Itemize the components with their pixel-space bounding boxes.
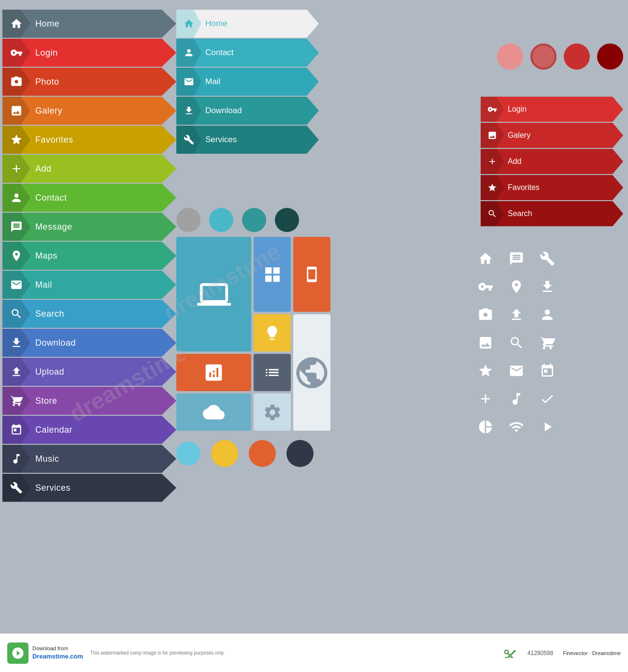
grid-star-icon [473, 359, 498, 383]
left-menu-download[interactable]: Download [2, 329, 176, 357]
dot-dark-navy [286, 440, 314, 467]
grid-plus-icon [473, 387, 498, 411]
grid-empty-7 [566, 331, 590, 355]
left-menu-galery[interactable]: Galery [2, 97, 176, 125]
center-menu-mail[interactable]: Mail [176, 68, 319, 96]
grid-empty-10 [597, 359, 621, 383]
dot-teal [242, 208, 266, 232]
grid-location-icon [504, 275, 528, 299]
grid-calendar-icon [535, 359, 559, 383]
grid-wifi-icon [504, 415, 528, 439]
scissors-area [502, 648, 518, 658]
grid-empty-14 [597, 415, 621, 439]
left-menu-calendar[interactable]: Calendar [2, 416, 176, 444]
grid-empty-12 [597, 387, 621, 411]
dot-orange [249, 440, 276, 467]
left-menu-maps[interactable]: Maps [2, 242, 176, 270]
color-dots-top-right [497, 44, 623, 70]
left-menu-message[interactable]: Message [2, 213, 176, 241]
bottom-bar: Download from Dreamstime.com This waterm… [0, 633, 628, 672]
grid-cart-icon [535, 331, 559, 355]
grid-check-icon [535, 387, 559, 411]
left-menu-add[interactable]: Add [2, 155, 176, 183]
grid-empty-2 [597, 247, 621, 271]
left-menu-contact[interactable]: Contact [2, 184, 176, 212]
grid-download-icon [535, 275, 559, 299]
dot-pink [497, 44, 523, 70]
center-menu-contact[interactable]: Contact [176, 39, 319, 67]
left-menu-music[interactable]: Music [2, 445, 176, 473]
grid-mail-icon [504, 359, 528, 383]
center-menu-download[interactable]: Download [176, 97, 319, 125]
grid-search-icon [504, 331, 528, 355]
grid-message-icon [504, 247, 528, 271]
grid-empty-4 [597, 275, 621, 299]
dreamstime-logo: Download from Dreamstime.com [7, 643, 83, 664]
tile-gear[interactable] [254, 394, 291, 431]
grid-empty-8 [597, 331, 621, 355]
dreamstime-text: Download from Dreamstime.com [32, 645, 83, 661]
dot-red [564, 44, 590, 70]
right-navigation: Login Galery Add Favorites Search [481, 97, 623, 227]
center-menu-home[interactable]: Home [176, 10, 319, 38]
left-menu-photo[interactable]: Photo [2, 68, 176, 96]
grid-music-icon [504, 387, 528, 411]
dot-light-teal [209, 208, 233, 232]
grid-camera-icon [473, 303, 498, 327]
color-dots-center [176, 208, 299, 232]
dot-gray [176, 208, 200, 232]
left-menu-store[interactable]: Store [2, 387, 176, 415]
tile-phone[interactable] [293, 237, 330, 312]
grid-empty-3 [566, 275, 590, 299]
left-menu-favorites[interactable]: Favorites [2, 126, 176, 154]
dreamstime-icon [7, 643, 29, 664]
dot-dark-teal [275, 208, 299, 232]
right-menu-favorites[interactable]: Favorites [481, 175, 623, 200]
dot-dark-red [597, 44, 623, 70]
grid-empty-9 [566, 359, 590, 383]
disclaimer-text: This watermarked comp image is for previ… [90, 650, 224, 656]
grid-image-icon [473, 331, 498, 355]
dot-sky-blue [176, 441, 200, 466]
left-menu-upload[interactable]: Upload [2, 358, 176, 386]
left-menu-login[interactable]: Login [2, 39, 176, 67]
grid-home-icon [473, 247, 498, 271]
right-menu-add[interactable]: Add [481, 149, 623, 174]
tile-chart[interactable] [176, 354, 251, 391]
tile-windows[interactable] [254, 237, 291, 312]
grid-person-icon [535, 303, 559, 327]
grid-empty-13 [566, 415, 590, 439]
color-dots-bottom-center [176, 440, 314, 467]
tile-cloud[interactable] [176, 394, 251, 431]
right-menu-login[interactable]: Login [481, 97, 623, 122]
tile-list[interactable] [254, 354, 291, 391]
bottom-right: 41280598 Finevector · Dreamstime [502, 648, 621, 658]
grid-upload-icon [504, 303, 528, 327]
left-menu-mail[interactable]: Mail [2, 271, 176, 299]
grid-key-icon [473, 275, 498, 299]
left-navigation: Home Login Photo Galery Favorites [2, 10, 176, 503]
icon-grid [473, 247, 623, 439]
dot-yellow [211, 440, 238, 467]
left-menu-home[interactable]: Home [2, 10, 176, 38]
metro-tiles [176, 237, 331, 431]
left-menu-search[interactable]: Search [2, 300, 176, 328]
tile-globe[interactable] [293, 314, 330, 431]
right-menu-galery[interactable]: Galery [481, 123, 623, 148]
grid-empty-1 [566, 247, 590, 271]
grid-empty-5 [566, 303, 590, 327]
tile-laptop[interactable] [176, 237, 251, 351]
grid-play-icon [535, 415, 559, 439]
grid-empty-6 [597, 303, 621, 327]
grid-empty-11 [566, 387, 590, 411]
grid-pie-icon [473, 415, 498, 439]
grid-tools-icon [535, 247, 559, 271]
right-menu-search[interactable]: Search [481, 201, 623, 226]
center-menu-services[interactable]: Services [176, 126, 319, 154]
tile-bulb[interactable] [254, 314, 291, 351]
center-navigation: Home Contact Mail Download Services [176, 10, 319, 155]
dot-medium-red [530, 44, 557, 70]
left-menu-services[interactable]: Services [2, 474, 176, 502]
